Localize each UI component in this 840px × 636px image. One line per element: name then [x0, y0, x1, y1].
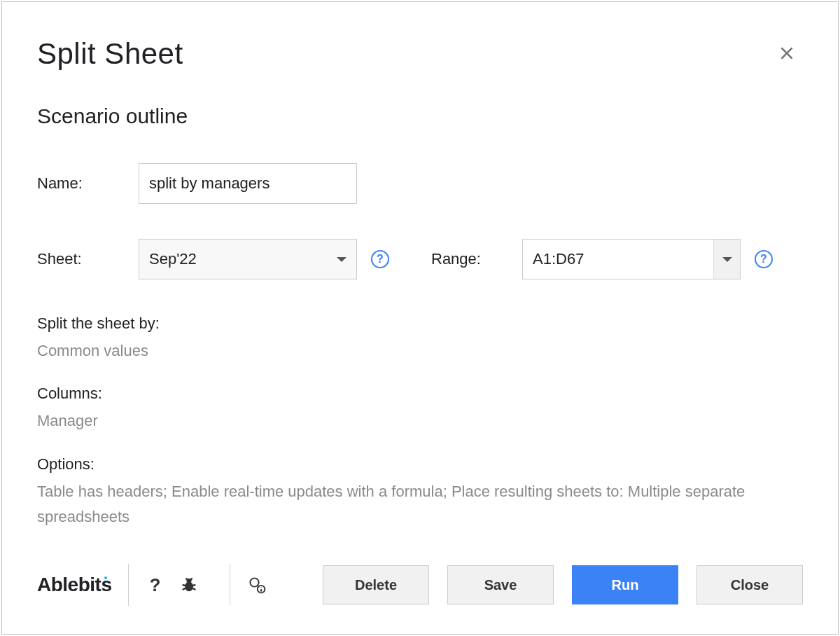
- split-sheet-dialog: Split Sheet Scenario outline Name: Sheet…: [1, 1, 839, 635]
- svg-line-8: [192, 588, 196, 590]
- options-value: Table has headers; Enable real-time upda…: [37, 479, 803, 530]
- svg-point-11: [251, 578, 259, 586]
- range-help-icon[interactable]: ?: [755, 250, 773, 268]
- name-row: Name:: [37, 163, 803, 204]
- sheet-range-row: Sheet: Sep'22 ? Range: A1:D67 ?: [37, 239, 803, 279]
- name-label: Name:: [37, 174, 139, 193]
- bug-icon[interactable]: [179, 575, 199, 595]
- range-select-value: A1:D67: [533, 250, 584, 268]
- footer-bar: Ablebits ?: [37, 564, 803, 606]
- svg-line-9: [186, 579, 188, 580]
- brand-logo: Ablebits: [37, 574, 111, 596]
- chevron-down-icon: [722, 257, 732, 262]
- dialog-title: Split Sheet: [37, 37, 803, 71]
- close-button[interactable]: Close: [696, 565, 803, 604]
- help-icon[interactable]: ?: [146, 575, 165, 595]
- chevron-down-icon: [337, 257, 346, 262]
- svg-line-5: [183, 585, 186, 586]
- divider: [128, 564, 129, 606]
- split-by-value: Common values: [37, 338, 803, 364]
- sheet-label: Sheet:: [37, 250, 139, 268]
- dialog-subtitle: Scenario outline: [37, 104, 803, 128]
- svg-line-6: [192, 585, 196, 586]
- options-label: Options:: [37, 455, 803, 473]
- sheet-select[interactable]: Sep'22: [139, 239, 357, 279]
- brand-text: Ablebits: [37, 574, 111, 595]
- close-icon[interactable]: [778, 44, 796, 65]
- svg-line-7: [183, 588, 186, 590]
- run-button[interactable]: Run: [572, 565, 678, 604]
- sheet-select-value: Sep'22: [149, 250, 197, 268]
- svg-text:?: ?: [150, 575, 161, 595]
- range-label: Range:: [431, 250, 522, 268]
- columns-label: Columns:: [37, 385, 803, 403]
- summary-block: Split the sheet by: Common values Column…: [37, 314, 803, 530]
- name-input[interactable]: [139, 163, 357, 204]
- delete-button[interactable]: Delete: [323, 565, 429, 604]
- sheet-help-icon[interactable]: ?: [371, 250, 389, 268]
- range-select[interactable]: A1:D67: [522, 239, 741, 279]
- save-button[interactable]: Save: [447, 565, 554, 604]
- search-info-icon[interactable]: [247, 575, 267, 595]
- brand-dot: [104, 576, 107, 579]
- split-by-label: Split the sheet by:: [37, 314, 803, 333]
- divider: [230, 564, 230, 606]
- columns-value: Manager: [37, 408, 803, 434]
- svg-line-10: [191, 579, 192, 580]
